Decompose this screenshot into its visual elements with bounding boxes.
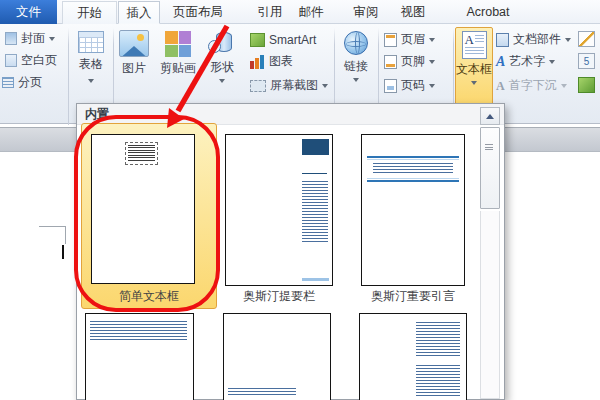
quick-parts-icon: [496, 33, 509, 47]
tab-acrobat[interactable]: Acrobat: [452, 1, 524, 24]
wordart-icon: A: [496, 55, 505, 69]
picture-button[interactable]: 图片: [114, 27, 154, 103]
footer-button[interactable]: 页脚: [384, 53, 435, 70]
table-button[interactable]: 表格: [70, 27, 112, 103]
chevron-down-icon: [429, 38, 435, 42]
header-icon: [384, 33, 397, 47]
clipart-icon: [165, 31, 191, 57]
tab-mailings[interactable]: 邮件: [290, 1, 332, 24]
scrollbar-track[interactable]: [480, 211, 500, 399]
mini-textbox-preview: [125, 142, 158, 165]
gallery-item-label: 奥斯汀重要引言: [355, 288, 471, 304]
drop-cap-icon: A: [496, 80, 505, 92]
chart-icon: [250, 55, 265, 69]
thumbnail-row2-3[interactable]: [359, 313, 467, 400]
wordart-button[interactable]: A 艺术字: [496, 53, 555, 70]
page-break-button[interactable]: 分页: [2, 74, 42, 91]
tab-file[interactable]: 文件: [0, 0, 57, 24]
object-icon[interactable]: [578, 77, 595, 93]
textbox-button[interactable]: A 文本框: [455, 27, 493, 105]
hyperlink-globe-icon: [344, 31, 368, 55]
chevron-down-icon: [219, 79, 225, 83]
footer-icon: [384, 55, 397, 69]
scrollbar-thumb[interactable]: [480, 127, 500, 209]
margin-crop-mark: [65, 226, 66, 244]
mini-quote-preview: [367, 156, 459, 182]
margin-crop-mark: [39, 226, 66, 227]
table-icon: [78, 31, 104, 53]
gallery-section-header: 内置: [77, 104, 504, 125]
triangle-up-icon: [486, 114, 494, 119]
page-number-icon: [384, 79, 397, 93]
picture-icon: [119, 30, 149, 57]
shapes-icon: [208, 30, 236, 56]
signature-line-icon[interactable]: [578, 31, 595, 47]
thumbnail-austin-sidebar[interactable]: [225, 134, 333, 286]
tab-page-layout[interactable]: 页面布局: [160, 1, 236, 24]
text-cursor: [62, 245, 64, 259]
chevron-down-icon: [429, 60, 435, 64]
chevron-down-icon: [88, 79, 94, 83]
chevron-down-icon: [322, 84, 328, 88]
cover-page-icon: [5, 32, 17, 45]
gallery-item-label: 简单文本框: [81, 288, 217, 304]
clipart-button[interactable]: 剪贴画: [156, 27, 200, 103]
scroll-up-button[interactable]: [480, 107, 500, 125]
blank-page-button[interactable]: 空白页: [5, 52, 57, 69]
blank-page-icon: [5, 54, 17, 67]
textbox-gallery-dropdown: 内置 简单文本框 奥斯汀提要栏 奥斯汀重要引言: [76, 103, 505, 400]
thumbnail-row2-1[interactable]: [85, 313, 194, 400]
chevron-down-icon: [471, 81, 477, 85]
chevron-down-icon: [561, 84, 567, 88]
drop-cap-button[interactable]: A 首字下沉: [496, 77, 567, 94]
page-number-button[interactable]: 页码: [384, 77, 435, 94]
gallery-scrollbar: [480, 107, 500, 399]
page-break-icon: [2, 77, 14, 88]
tab-home[interactable]: 开始: [62, 1, 117, 24]
screenshot-button[interactable]: 屏幕截图: [250, 77, 328, 94]
smartart-icon: [250, 33, 265, 47]
links-button[interactable]: 链接: [336, 27, 376, 103]
thumbnail-simple-textbox[interactable]: [91, 134, 195, 284]
chevron-down-icon: [429, 84, 435, 88]
quick-parts-button[interactable]: 文档部件: [496, 31, 571, 48]
tab-insert[interactable]: 插入: [118, 1, 160, 24]
thumbnail-row2-2[interactable]: [223, 313, 331, 400]
screenshot-icon: [250, 80, 266, 92]
chevron-down-icon: [49, 37, 55, 41]
mini-text-preview: [90, 321, 187, 342]
word-window: 文件 开始 插入 页面布局 引用 邮件 审阅 视图 Acrobat 封面 空白页…: [0, 0, 600, 400]
smartart-button[interactable]: SmartArt: [250, 31, 316, 48]
scrollbar-grip-icon: [485, 144, 493, 150]
mini-sidebar-preview: [302, 139, 329, 281]
date-time-icon[interactable]: 5: [578, 53, 595, 69]
tab-view[interactable]: 视图: [391, 1, 435, 24]
ribbon-tab-bar: 文件 开始 插入 页面布局 引用 邮件 审阅 视图 Acrobat: [0, 0, 600, 24]
tab-references[interactable]: 引用: [246, 1, 294, 24]
chevron-down-icon: [565, 38, 571, 42]
thumbnail-austin-quote[interactable]: [361, 134, 465, 286]
cover-page-button[interactable]: 封面: [5, 30, 55, 47]
header-button[interactable]: 页眉: [384, 31, 435, 48]
tab-review[interactable]: 审阅: [344, 1, 388, 24]
gallery-item-label: 奥斯汀提要栏: [219, 288, 339, 304]
chevron-down-icon: [353, 78, 359, 82]
textbox-icon: A: [462, 31, 487, 59]
shapes-button[interactable]: 形状: [202, 27, 242, 103]
chevron-down-icon: [549, 60, 555, 64]
mini-text-preview: [416, 322, 460, 398]
mini-text-preview: [228, 388, 296, 396]
chart-button[interactable]: 图表: [250, 53, 293, 70]
